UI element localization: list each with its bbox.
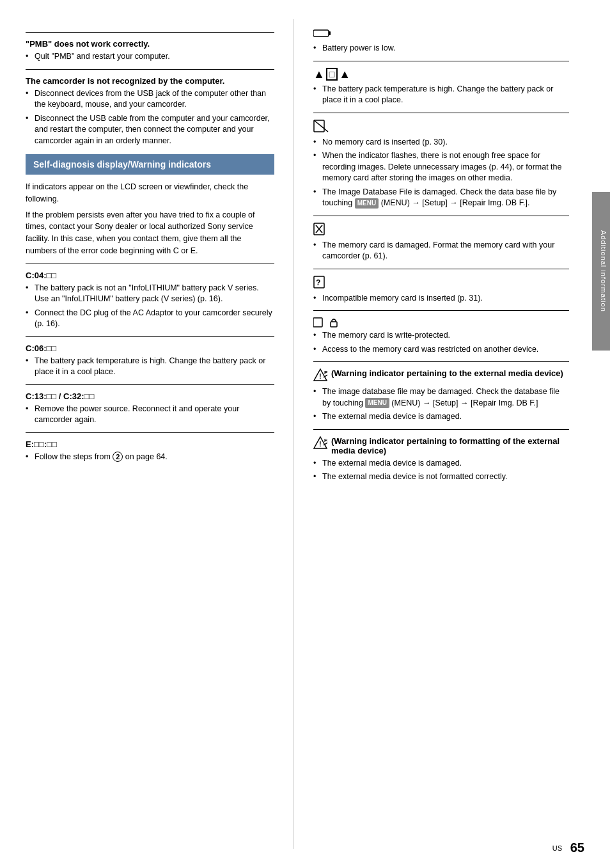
svg-text:?: ? xyxy=(316,278,320,287)
warning-formatting-heading: ! FMT (Warning indicator pertaining to f… xyxy=(313,436,569,455)
svg-text:FMT: FMT xyxy=(324,438,327,443)
pmb-heading: "PMB" does not work correctly. xyxy=(26,39,274,49)
c06-bullet-1: The battery pack temperature is high. Ch… xyxy=(26,356,274,378)
menu-badge-1: MENU xyxy=(355,198,379,209)
damaged-memory-svg xyxy=(313,223,329,235)
damaged-memory-bullet-1: The memory card is damaged. Format the m… xyxy=(313,240,569,262)
c06-bullets: The battery pack temperature is high. Ch… xyxy=(26,356,274,378)
warning-ext-svg: ! PC xyxy=(313,368,327,381)
c13c32-bullet-1: Remove the power source. Reconnect it an… xyxy=(26,404,274,426)
warning-external-bullets: The image database file may be damaged. … xyxy=(313,386,569,423)
camcorder-bullet-1: Disconnect devices from the USB jack of … xyxy=(26,88,274,111)
warning-fmt-bullet-2: The external media device is not formatt… xyxy=(313,471,569,483)
no-memory-icon xyxy=(313,120,569,134)
pmb-bullet-1: Quit "PMB" and restart your computer. xyxy=(26,51,274,63)
warning-external-heading: ! PC (Warning indicator pertaining to th… xyxy=(313,368,569,384)
divider-c06 xyxy=(26,384,274,385)
svg-text:!: ! xyxy=(319,440,322,448)
e-bullets: Follow the steps from 2 on page 64. xyxy=(26,452,274,463)
c06-section: C:06:□□ The battery pack temperature is … xyxy=(26,343,274,378)
divider-warning-ext xyxy=(313,429,569,430)
incompatible-memory-section: ? Incompatible memory card is inserted (… xyxy=(313,276,569,304)
us-label: US xyxy=(552,844,562,852)
divider-incompatible xyxy=(313,310,569,311)
svg-rect-9 xyxy=(313,318,322,327)
divider-battery-temp xyxy=(313,113,569,113)
warning-ext-bullet-2: The external media device is damaged. xyxy=(313,411,569,423)
c04-section: C:04:□□ The battery pack is not an "Info… xyxy=(26,271,274,330)
write-protected-icon xyxy=(313,317,569,327)
battery-temp-bullet-1: The battery pack temperature is high. Ch… xyxy=(313,84,569,106)
divider-damaged xyxy=(313,269,569,269)
warning-external-section: ! PC (Warning indicator pertaining to th… xyxy=(313,368,569,423)
c04-bullet-1: The battery pack is not an "InfoLITHIUM"… xyxy=(26,283,274,305)
page-container: "PMB" does not work correctly. Quit "PMB… xyxy=(0,0,610,868)
damaged-memory-bullets: The memory card is damaged. Format the m… xyxy=(313,240,569,262)
self-diag-para-1: If indicators appear on the LCD screen o… xyxy=(26,181,274,205)
incompatible-bullets: Incompatible memory card is inserted (p.… xyxy=(313,293,569,304)
svg-line-3 xyxy=(314,120,328,132)
battery-icon-svg xyxy=(313,28,331,38)
battery-pack-icon: □ xyxy=(326,68,338,81)
divider-c13 xyxy=(26,432,274,433)
incompatible-bullet-1: Incompatible memory card is inserted (p.… xyxy=(313,293,569,304)
e-section: E:□□:□□ Follow the steps from 2 on page … xyxy=(26,439,274,463)
incompatible-icon: ? xyxy=(313,276,569,290)
divider-battery-low xyxy=(313,61,569,61)
divider-c04 xyxy=(26,336,274,337)
c13c32-section: C:13:□□ / C:32:□□ Remove the power sourc… xyxy=(26,391,274,426)
card-icon xyxy=(313,317,326,327)
camcorder-bullet-2: Disconnect the USB cable from the comput… xyxy=(26,113,274,147)
warning-external-icon: ! PC xyxy=(313,368,327,384)
self-diag-para-2: If the problem persists even after you h… xyxy=(26,209,274,257)
divider-self-diag xyxy=(26,264,274,264)
battery-low-icon xyxy=(313,28,569,40)
no-memory-bullet-3: The Image Database File is damaged. Chec… xyxy=(313,187,569,209)
warning-external-text: (Warning indicator pertaining to the ext… xyxy=(331,368,563,378)
triangle-left-icon: ▲ xyxy=(313,68,325,81)
battery-low-section: Battery power is low. xyxy=(313,28,569,54)
divider-top-left xyxy=(26,32,274,33)
svg-text:PC: PC xyxy=(324,370,327,375)
battery-low-bullet-1: Battery power is low. xyxy=(313,43,569,54)
camcorder-heading: The camcorder is not recognized by the c… xyxy=(26,76,274,86)
c04-heading: C:04:□□ xyxy=(26,271,274,280)
write-protected-section: The memory card is write-protected. Acce… xyxy=(313,317,569,355)
sidebar-label: Additional information xyxy=(592,192,610,351)
page-number: 65 xyxy=(570,840,584,855)
c06-heading: C:06:□□ xyxy=(26,343,274,353)
write-protected-bullets: The memory card is write-protected. Acce… xyxy=(313,330,569,355)
no-memory-bullets: No memory card is inserted (p. 30). When… xyxy=(313,137,569,209)
c04-bullet-2: Connect the DC plug of the AC Adaptor to… xyxy=(26,308,274,330)
warning-formatting-icon: ! FMT xyxy=(313,436,327,452)
svg-text:!: ! xyxy=(319,372,322,380)
battery-temp-bullets: The battery pack temperature is high. Ch… xyxy=(313,84,569,106)
write-protected-bullet-1: The memory card is write-protected. xyxy=(313,330,569,342)
svg-rect-1 xyxy=(329,31,331,35)
damaged-memory-section: The memory card is damaged. Format the m… xyxy=(313,223,569,262)
pmb-section: "PMB" does not work correctly. Quit "PMB… xyxy=(26,39,274,63)
c13c32-heading: C:13:□□ / C:32:□□ xyxy=(26,391,274,401)
lock-icon xyxy=(329,317,339,327)
warning-ext-bullet-1: The image database file may be damaged. … xyxy=(313,386,569,409)
self-diagnosis-box: Self-diagnosis display/Warning indicator… xyxy=(26,154,274,175)
warning-formatting-text: (Warning indicator pertaining to formatt… xyxy=(331,436,569,455)
left-column: "PMB" does not work correctly. Quit "PMB… xyxy=(0,19,294,849)
battery-low-bullets: Battery power is low. xyxy=(313,43,569,54)
warning-formatting-bullets: The external media device is damaged. Th… xyxy=(313,458,569,483)
c04-bullets: The battery pack is not an "InfoLITHIUM"… xyxy=(26,283,274,330)
pmb-bullets: Quit "PMB" and restart your computer. xyxy=(26,51,274,63)
no-memory-card-section: No memory card is inserted (p. 30). When… xyxy=(313,120,569,209)
warning-fmt-bullet-1: The external media device is damaged. xyxy=(313,458,569,470)
incompatible-svg: ? xyxy=(313,276,329,288)
svg-rect-0 xyxy=(313,30,329,36)
divider-pmb xyxy=(26,69,274,70)
damaged-memory-icon xyxy=(313,223,569,237)
no-memory-svg xyxy=(313,120,329,132)
battery-temp-icon: ▲ □ ▲ xyxy=(313,68,569,81)
battery-high-temp-section: ▲ □ ▲ The battery pack temperature is hi… xyxy=(313,68,569,106)
warning-formatting-section: ! FMT (Warning indicator pertaining to f… xyxy=(313,436,569,483)
e-bullet-1: Follow the steps from 2 on page 64. xyxy=(26,452,274,463)
no-memory-bullet-1: No memory card is inserted (p. 30). xyxy=(313,137,569,148)
write-protected-bullet-2: Access to the memory card was restricted… xyxy=(313,344,569,356)
